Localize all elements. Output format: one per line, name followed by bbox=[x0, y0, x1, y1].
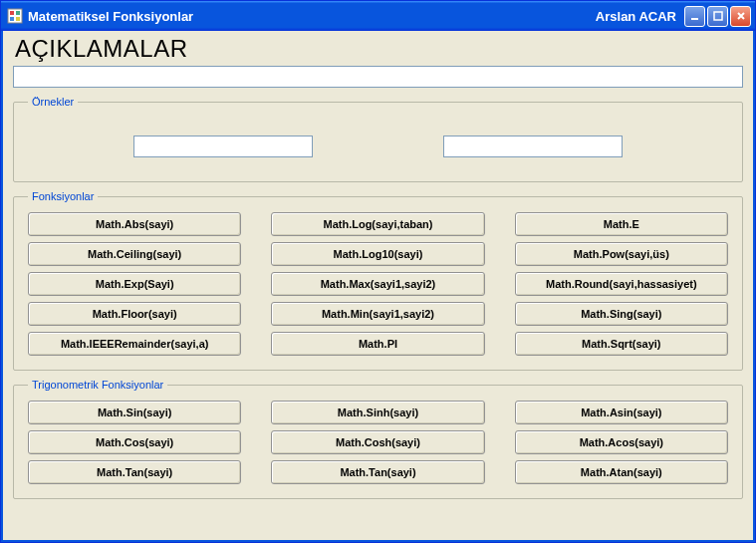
trig-col-3: Math.Asin(sayi) Math.Acos(sayi) Math.Ata… bbox=[515, 401, 728, 484]
trig-group: Trigonometrik Fonksiyonlar Math.Sin(sayi… bbox=[13, 379, 743, 499]
maximize-button[interactable] bbox=[707, 6, 728, 27]
close-button[interactable] bbox=[730, 6, 751, 27]
fn-math-cos[interactable]: Math.Cos(sayi) bbox=[28, 430, 241, 454]
trig-legend: Trigonometrik Fonksiyonlar bbox=[28, 379, 167, 391]
fn-math-log10[interactable]: Math.Log10(sayi) bbox=[271, 242, 484, 266]
fn-math-sqrt[interactable]: Math.Sqrt(sayi) bbox=[515, 332, 728, 356]
trig-col-1: Math.Sin(sayi) Math.Cos(sayi) Math.Tan(s… bbox=[28, 401, 241, 484]
description-heading: AÇIKLAMALAR bbox=[15, 35, 743, 63]
trig-row: Math.Sin(sayi) Math.Cos(sayi) Math.Tan(s… bbox=[28, 401, 728, 484]
svg-rect-2 bbox=[16, 11, 20, 15]
titlebar[interactable]: Matematiksel Fonksiyonlar Arslan ACAR bbox=[1, 1, 755, 31]
minimize-button[interactable] bbox=[684, 6, 705, 27]
window-title: Matematiksel Fonksiyonlar bbox=[28, 9, 596, 24]
svg-rect-5 bbox=[691, 18, 698, 20]
fn-math-log[interactable]: Math.Log(sayi,taban) bbox=[271, 212, 484, 236]
window-user-label: Arslan ACAR bbox=[596, 9, 676, 24]
fn-math-max[interactable]: Math.Max(sayi1,sayi2) bbox=[271, 272, 484, 296]
trig-col-2: Math.Sinh(sayi) Math.Cosh(sayi) Math.Tan… bbox=[271, 401, 484, 484]
examples-legend: Örnekler bbox=[28, 96, 78, 108]
fn-math-cosh[interactable]: Math.Cosh(sayi) bbox=[271, 430, 484, 454]
functions-legend: Fonksiyonlar bbox=[28, 190, 98, 202]
app-window: Matematiksel Fonksiyonlar Arslan ACAR AÇ… bbox=[0, 0, 756, 543]
fn-math-atan[interactable]: Math.Atan(sayi) bbox=[515, 460, 728, 484]
svg-rect-4 bbox=[16, 17, 20, 21]
functions-group: Fonksiyonlar Math.Abs(sayi) Math.Ceiling… bbox=[13, 190, 743, 371]
svg-rect-1 bbox=[10, 11, 14, 15]
example-input-right[interactable] bbox=[443, 136, 623, 157]
fn-math-sinh[interactable]: Math.Sinh(sayi) bbox=[271, 401, 484, 424]
fn-math-acos[interactable]: Math.Acos(sayi) bbox=[515, 430, 728, 454]
fn-math-pi[interactable]: Math.PI bbox=[271, 332, 484, 356]
fn-math-pow[interactable]: Math.Pow(sayi,üs) bbox=[515, 242, 728, 266]
functions-col-3: Math.E Math.Pow(sayi,üs) Math.Round(sayi… bbox=[515, 212, 728, 356]
app-icon bbox=[7, 8, 23, 24]
fn-math-ieeeremainder[interactable]: Math.IEEERemainder(sayi,a) bbox=[28, 332, 241, 356]
fn-math-sin[interactable]: Math.Sin(sayi) bbox=[28, 401, 241, 424]
client-area: AÇIKLAMALAR Örnekler Fonksiyonlar Math.A… bbox=[1, 31, 755, 542]
fn-math-exp[interactable]: Math.Exp(Sayi) bbox=[28, 272, 241, 296]
window-buttons bbox=[684, 6, 751, 27]
functions-col-1: Math.Abs(sayi) Math.Ceiling(sayi) Math.E… bbox=[28, 212, 241, 356]
fn-math-e[interactable]: Math.E bbox=[515, 212, 728, 236]
fn-math-ceiling[interactable]: Math.Ceiling(sayi) bbox=[28, 242, 241, 266]
svg-rect-3 bbox=[10, 17, 14, 21]
fn-math-round[interactable]: Math.Round(sayi,hassasiyet) bbox=[515, 272, 728, 296]
example-input-left[interactable] bbox=[133, 136, 313, 157]
svg-rect-6 bbox=[714, 12, 722, 20]
fn-math-sing[interactable]: Math.Sing(sayi) bbox=[515, 302, 728, 326]
functions-col-2: Math.Log(sayi,taban) Math.Log10(sayi) Ma… bbox=[271, 212, 484, 356]
description-input[interactable] bbox=[13, 66, 743, 88]
functions-row: Math.Abs(sayi) Math.Ceiling(sayi) Math.E… bbox=[28, 212, 728, 356]
examples-group: Örnekler bbox=[13, 96, 743, 182]
fn-math-abs[interactable]: Math.Abs(sayi) bbox=[28, 212, 241, 236]
fn-math-tan-2[interactable]: Math.Tan(sayi) bbox=[271, 460, 484, 484]
fn-math-tan[interactable]: Math.Tan(sayi) bbox=[28, 460, 241, 484]
fn-math-asin[interactable]: Math.Asin(sayi) bbox=[515, 401, 728, 424]
fn-math-min[interactable]: Math.Min(sayi1,sayi2) bbox=[271, 302, 484, 326]
fn-math-floor[interactable]: Math.Floor(sayi) bbox=[28, 302, 241, 326]
examples-row bbox=[28, 118, 728, 167]
